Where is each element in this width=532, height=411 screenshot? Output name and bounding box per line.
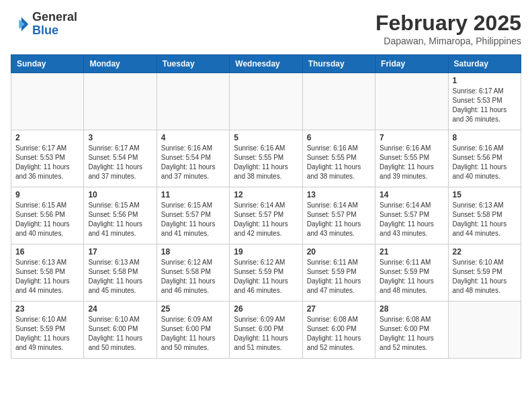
calendar-week-row: 1Sunrise: 6:17 AM Sunset: 5:53 PM Daylig… xyxy=(11,73,521,130)
day-info: Sunrise: 6:16 AM Sunset: 5:55 PM Dayligh… xyxy=(234,144,298,181)
day-number: 23 xyxy=(15,304,79,314)
day-number: 28 xyxy=(380,304,443,314)
calendar-day-cell: 24Sunrise: 6:10 AM Sunset: 6:00 PM Dayli… xyxy=(84,302,157,359)
day-info: Sunrise: 6:16 AM Sunset: 5:55 PM Dayligh… xyxy=(307,144,371,181)
calendar-day-cell: 11Sunrise: 6:15 AM Sunset: 5:57 PM Dayli… xyxy=(157,187,229,244)
calendar-table: SundayMondayTuesdayWednesdayThursdayFrid… xyxy=(11,54,521,359)
calendar-day-cell xyxy=(84,73,157,130)
day-number: 27 xyxy=(307,304,371,314)
page-header: General Blue February 2025 Dapawan, Mima… xyxy=(11,11,521,46)
calendar-week-row: 23Sunrise: 6:10 AM Sunset: 5:59 PM Dayli… xyxy=(11,302,521,359)
day-info: Sunrise: 6:12 AM Sunset: 5:58 PM Dayligh… xyxy=(161,258,225,295)
calendar-day-cell xyxy=(375,73,448,130)
day-number: 5 xyxy=(234,133,298,142)
calendar-day-cell: 21Sunrise: 6:11 AM Sunset: 5:59 PM Dayli… xyxy=(375,244,448,302)
day-number: 18 xyxy=(161,247,225,257)
day-info: Sunrise: 6:12 AM Sunset: 5:59 PM Dayligh… xyxy=(234,258,298,295)
calendar-day-cell: 10Sunrise: 6:15 AM Sunset: 5:56 PM Dayli… xyxy=(84,187,157,244)
day-number: 11 xyxy=(161,190,225,199)
weekday-header: Thursday xyxy=(302,55,375,73)
day-info: Sunrise: 6:10 AM Sunset: 5:59 PM Dayligh… xyxy=(15,315,79,353)
logo-text: General Blue xyxy=(32,11,77,38)
day-info: Sunrise: 6:09 AM Sunset: 6:00 PM Dayligh… xyxy=(234,315,298,353)
calendar-week-row: 9Sunrise: 6:15 AM Sunset: 5:56 PM Daylig… xyxy=(11,187,521,244)
calendar-day-cell: 16Sunrise: 6:13 AM Sunset: 5:58 PM Dayli… xyxy=(11,244,84,302)
day-number: 4 xyxy=(161,133,225,142)
day-number: 19 xyxy=(234,247,298,257)
weekday-header: Sunday xyxy=(11,55,84,73)
day-info: Sunrise: 6:10 AM Sunset: 6:00 PM Dayligh… xyxy=(88,315,152,353)
calendar-day-cell: 22Sunrise: 6:10 AM Sunset: 5:59 PM Dayli… xyxy=(448,244,521,302)
weekday-header: Friday xyxy=(375,55,448,73)
day-info: Sunrise: 6:16 AM Sunset: 5:56 PM Dayligh… xyxy=(453,144,517,181)
day-info: Sunrise: 6:10 AM Sunset: 5:59 PM Dayligh… xyxy=(453,258,517,295)
day-number: 16 xyxy=(15,247,79,257)
day-info: Sunrise: 6:09 AM Sunset: 6:00 PM Dayligh… xyxy=(161,315,225,353)
day-number: 13 xyxy=(307,190,371,199)
calendar-day-cell xyxy=(448,302,521,359)
calendar-day-cell: 6Sunrise: 6:16 AM Sunset: 5:55 PM Daylig… xyxy=(302,130,375,187)
logo-icon xyxy=(11,15,30,34)
logo-general: General xyxy=(32,10,77,24)
calendar-day-cell: 18Sunrise: 6:12 AM Sunset: 5:58 PM Dayli… xyxy=(157,244,229,302)
day-info: Sunrise: 6:13 AM Sunset: 5:58 PM Dayligh… xyxy=(453,201,517,238)
day-number: 17 xyxy=(88,247,152,257)
day-number: 21 xyxy=(380,247,443,257)
day-number: 3 xyxy=(88,133,152,142)
calendar-day-cell: 20Sunrise: 6:11 AM Sunset: 5:59 PM Dayli… xyxy=(302,244,375,302)
day-number: 10 xyxy=(88,190,152,199)
day-number: 7 xyxy=(380,133,443,142)
location: Dapawan, Mimaropa, Philippines xyxy=(375,36,521,46)
day-info: Sunrise: 6:14 AM Sunset: 5:57 PM Dayligh… xyxy=(307,201,371,238)
day-number: 26 xyxy=(234,304,298,314)
day-info: Sunrise: 6:13 AM Sunset: 5:58 PM Dayligh… xyxy=(15,258,79,295)
day-number: 8 xyxy=(453,133,517,142)
day-number: 9 xyxy=(15,190,79,199)
calendar-day-cell: 17Sunrise: 6:13 AM Sunset: 5:58 PM Dayli… xyxy=(84,244,157,302)
day-info: Sunrise: 6:16 AM Sunset: 5:54 PM Dayligh… xyxy=(161,144,225,181)
logo-blue: Blue xyxy=(32,24,58,37)
day-info: Sunrise: 6:17 AM Sunset: 5:53 PM Dayligh… xyxy=(15,144,79,181)
month-year: February 2025 xyxy=(375,11,521,36)
day-info: Sunrise: 6:11 AM Sunset: 5:59 PM Dayligh… xyxy=(307,258,371,295)
calendar-day-cell: 25Sunrise: 6:09 AM Sunset: 6:00 PM Dayli… xyxy=(157,302,229,359)
calendar-day-cell: 23Sunrise: 6:10 AM Sunset: 5:59 PM Dayli… xyxy=(11,302,84,359)
weekday-header: Tuesday xyxy=(157,55,229,73)
day-info: Sunrise: 6:08 AM Sunset: 6:00 PM Dayligh… xyxy=(307,315,371,353)
calendar-day-cell xyxy=(157,73,229,130)
calendar-day-cell xyxy=(230,73,302,130)
title-block: February 2025 Dapawan, Mimaropa, Philipp… xyxy=(375,11,521,46)
day-info: Sunrise: 6:11 AM Sunset: 5:59 PM Dayligh… xyxy=(380,258,443,295)
day-number: 25 xyxy=(161,304,225,314)
day-info: Sunrise: 6:17 AM Sunset: 5:53 PM Dayligh… xyxy=(453,87,517,124)
calendar-day-cell: 28Sunrise: 6:08 AM Sunset: 6:00 PM Dayli… xyxy=(375,302,448,359)
calendar-day-cell: 4Sunrise: 6:16 AM Sunset: 5:54 PM Daylig… xyxy=(157,130,229,187)
calendar-day-cell: 27Sunrise: 6:08 AM Sunset: 6:00 PM Dayli… xyxy=(302,302,375,359)
calendar-day-cell: 7Sunrise: 6:16 AM Sunset: 5:55 PM Daylig… xyxy=(375,130,448,187)
calendar-week-row: 16Sunrise: 6:13 AM Sunset: 5:58 PM Dayli… xyxy=(11,244,521,302)
day-number: 22 xyxy=(453,247,517,257)
day-number: 1 xyxy=(453,76,517,85)
calendar-day-cell: 5Sunrise: 6:16 AM Sunset: 5:55 PM Daylig… xyxy=(230,130,302,187)
day-info: Sunrise: 6:16 AM Sunset: 5:55 PM Dayligh… xyxy=(380,144,443,181)
calendar-day-cell: 14Sunrise: 6:14 AM Sunset: 5:57 PM Dayli… xyxy=(375,187,448,244)
day-number: 14 xyxy=(380,190,443,199)
calendar-day-cell: 19Sunrise: 6:12 AM Sunset: 5:59 PM Dayli… xyxy=(230,244,302,302)
calendar-day-cell: 26Sunrise: 6:09 AM Sunset: 6:00 PM Dayli… xyxy=(230,302,302,359)
calendar-day-cell xyxy=(11,73,84,130)
calendar-day-cell: 1Sunrise: 6:17 AM Sunset: 5:53 PM Daylig… xyxy=(448,73,521,130)
day-number: 12 xyxy=(234,190,298,199)
day-info: Sunrise: 6:14 AM Sunset: 5:57 PM Dayligh… xyxy=(234,201,298,238)
day-info: Sunrise: 6:13 AM Sunset: 5:58 PM Dayligh… xyxy=(88,258,152,295)
day-number: 20 xyxy=(307,247,371,257)
day-info: Sunrise: 6:17 AM Sunset: 5:54 PM Dayligh… xyxy=(88,144,152,181)
calendar-day-cell: 9Sunrise: 6:15 AM Sunset: 5:56 PM Daylig… xyxy=(11,187,84,244)
calendar-day-cell: 15Sunrise: 6:13 AM Sunset: 5:58 PM Dayli… xyxy=(448,187,521,244)
day-info: Sunrise: 6:15 AM Sunset: 5:56 PM Dayligh… xyxy=(15,201,79,238)
day-info: Sunrise: 6:14 AM Sunset: 5:57 PM Dayligh… xyxy=(380,201,443,238)
calendar-day-cell: 13Sunrise: 6:14 AM Sunset: 5:57 PM Dayli… xyxy=(302,187,375,244)
weekday-header: Monday xyxy=(84,55,157,73)
calendar-day-cell: 2Sunrise: 6:17 AM Sunset: 5:53 PM Daylig… xyxy=(11,130,84,187)
day-info: Sunrise: 6:08 AM Sunset: 6:00 PM Dayligh… xyxy=(380,315,443,353)
weekday-header: Saturday xyxy=(448,55,521,73)
